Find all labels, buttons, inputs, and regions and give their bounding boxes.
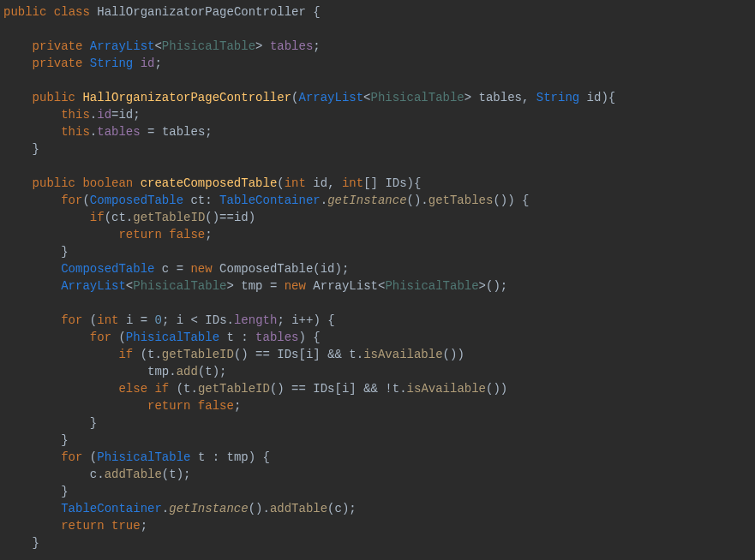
code-line[interactable]: else if (t.getTableID() == IDs[i] && !t.…: [3, 380, 755, 397]
code-token: [3, 450, 61, 464]
code-token: for: [90, 331, 111, 344]
code-line[interactable]: if(ct.getTableID()==id): [3, 209, 755, 226]
code-line[interactable]: for (int i = 0; i < IDs.length; i++) {: [3, 312, 755, 329]
code-token: if: [154, 382, 169, 396]
code-line[interactable]: c.addTable(t);: [3, 466, 755, 483]
code-token: false: [198, 399, 234, 413]
code-token: t: [349, 348, 356, 361]
code-token: boolean: [82, 176, 133, 190]
code-token: (: [327, 502, 334, 515]
code-line[interactable]: }: [3, 483, 755, 500]
code-token: tables: [270, 39, 313, 53]
code-token: }: [3, 245, 69, 259]
code-token: int: [97, 313, 118, 327]
code-token: IDs: [205, 313, 226, 327]
code-line[interactable]: return true;: [3, 517, 755, 534]
code-line[interactable]: }: [3, 140, 755, 158]
code-token: =: [133, 313, 154, 327]
code-editor[interactable]: public class HallOrganizatorPageControll…: [0, 0, 755, 551]
code-token: ;: [133, 108, 140, 122]
code-line[interactable]: [3, 158, 755, 175]
code-token: .: [90, 125, 97, 139]
code-token: addTable: [270, 502, 327, 515]
code-token: <: [154, 39, 161, 53]
code-token: [190, 399, 197, 413]
code-token: >();: [479, 279, 508, 293]
code-line[interactable]: return false;: [3, 397, 755, 414]
code-line[interactable]: this.id=id;: [3, 106, 755, 123]
code-token: (: [162, 468, 169, 481]
code-token: PhisicalTable: [371, 91, 464, 104]
code-line[interactable]: }: [3, 243, 755, 260]
code-line[interactable]: ComposedTable c = new ComposedTable(id);: [3, 260, 755, 277]
code-line[interactable]: for (PhisicalTable t : tables) {: [3, 329, 755, 346]
code-line[interactable]: }: [3, 414, 755, 432]
code-line[interactable]: public boolean createComposedTable(int i…: [3, 175, 755, 192]
code-token: [154, 262, 161, 276]
code-token: int: [342, 176, 363, 190]
code-token: [133, 57, 140, 70]
code-token: () ==: [234, 348, 277, 361]
code-line[interactable]: [3, 72, 755, 89]
code-token: ct: [111, 211, 126, 224]
code-token: [213, 262, 219, 276]
code-line[interactable]: return false;: [3, 226, 755, 243]
code-line[interactable]: private ArrayList<PhisicalTable> tables;: [3, 38, 755, 55]
code-token: [105, 519, 111, 533]
code-token: new: [285, 279, 306, 293]
code-line[interactable]: tmp.add(t);: [3, 363, 755, 380]
code-token: (: [105, 211, 111, 224]
code-line[interactable]: for (PhisicalTable t : tmp) {: [3, 449, 755, 466]
code-line[interactable]: }: [3, 432, 755, 449]
code-token: ] && !: [349, 382, 392, 396]
code-token: tables: [162, 125, 205, 139]
code-token: ()): [443, 348, 464, 361]
code-token: add: [177, 365, 198, 378]
code-token: if: [118, 348, 133, 361]
code-token: (: [277, 176, 284, 190]
code-line[interactable]: public HallOrganizatorPageController(Arr…: [3, 89, 755, 106]
code-line[interactable]: ArrayList<PhisicalTable> tmp = new Array…: [3, 277, 755, 295]
code-token: PhisicalTable: [126, 331, 219, 344]
code-token: c: [90, 468, 97, 481]
code-token: [162, 228, 169, 241]
code-line[interactable]: private String id;: [3, 55, 755, 72]
code-line[interactable]: for(ComposedTable ct: TableContainer.get…: [3, 192, 755, 209]
code-token: i: [291, 313, 298, 327]
code-token: ;: [313, 39, 320, 53]
code-line[interactable]: [3, 295, 755, 312]
code-token: :: [234, 331, 255, 344]
code-token: public: [3, 5, 46, 19]
code-token: ): [249, 211, 255, 224]
code-token: createComposedTable: [141, 176, 278, 190]
code-token: ;: [141, 519, 147, 533]
code-token: [3, 468, 90, 481]
code-token: tmp: [241, 279, 262, 293]
code-line[interactable]: [3, 21, 755, 38]
code-token: <: [363, 91, 370, 104]
code-token: IDs: [385, 176, 406, 190]
code-token: .: [162, 502, 169, 515]
code-token: i: [177, 313, 183, 327]
code-token: );: [335, 262, 350, 276]
code-line[interactable]: }: [3, 534, 755, 551]
code-line[interactable]: this.tables = tables;: [3, 123, 755, 140]
code-token: class: [54, 5, 90, 19]
code-token: isAvailable: [363, 348, 442, 361]
code-token: [3, 262, 61, 276]
code-token: for: [61, 313, 82, 327]
code-token: [133, 176, 140, 190]
code-token: [: [335, 382, 342, 396]
code-line[interactable]: if (t.getTableID() == IDs[i] && t.isAvai…: [3, 346, 755, 363]
code-token: ;: [277, 313, 291, 327]
code-token: int: [285, 176, 306, 190]
code-token: ComposedTable: [90, 194, 183, 207]
code-line[interactable]: public class HallOrganizatorPageControll…: [3, 3, 755, 21]
code-token: <: [126, 279, 133, 293]
code-token: ,: [327, 176, 342, 190]
code-token: ().: [407, 194, 428, 207]
code-token: (: [133, 348, 147, 361]
code-line[interactable]: TableContainer.getInstance().addTable(c)…: [3, 500, 755, 517]
code-token: [3, 279, 61, 293]
code-token: HallOrganizatorPageController: [82, 91, 291, 104]
